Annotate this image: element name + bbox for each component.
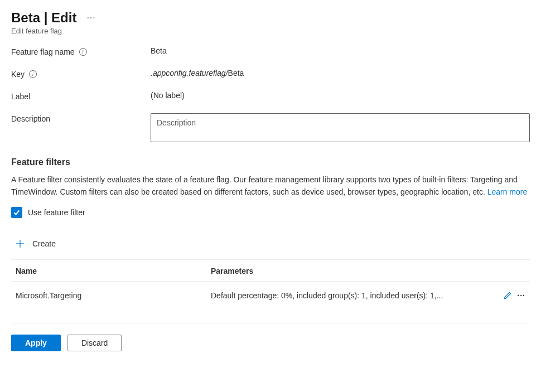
apply-button[interactable]: Apply xyxy=(11,335,61,351)
column-header-name: Name xyxy=(11,260,206,282)
more-menu-icon[interactable]: ··· xyxy=(86,13,95,23)
info-icon[interactable]: i xyxy=(79,48,87,56)
info-icon[interactable]: i xyxy=(29,70,37,78)
name-label: Feature flag name xyxy=(11,47,75,56)
filters-table: Name Parameters Microsoft.Targeting Defa… xyxy=(11,259,530,309)
key-prefix: .appconfig.featureflag/ xyxy=(151,69,228,78)
row-more-icon[interactable]: ··· xyxy=(517,291,525,300)
page-subtitle: Edit feature flag xyxy=(11,27,530,35)
filters-section-title: Feature filters xyxy=(11,157,530,167)
key-suffix: Beta xyxy=(228,69,244,78)
create-filter-button[interactable]: Create xyxy=(11,236,530,259)
learn-more-link[interactable]: Learn more xyxy=(487,187,528,196)
filter-name-cell: Microsoft.Targeting xyxy=(11,282,206,310)
label-value: (No label) xyxy=(151,91,530,100)
create-label: Create xyxy=(32,239,56,248)
description-input[interactable] xyxy=(151,113,530,142)
page-title: Beta | Edit xyxy=(11,10,76,26)
discard-button[interactable]: Discard xyxy=(67,335,122,351)
key-label: Key xyxy=(11,70,25,79)
description-label: Description xyxy=(11,114,50,123)
filters-description: A Feature filter consistently evaluates … xyxy=(11,174,530,198)
filter-parameters-cell: Default percentage: 0%, included group(s… xyxy=(206,282,491,310)
edit-icon[interactable] xyxy=(501,289,514,302)
key-value: .appconfig.featureflag/Beta xyxy=(151,69,530,78)
checkmark-icon xyxy=(13,209,21,216)
column-header-parameters: Parameters xyxy=(206,260,491,282)
use-feature-filter-label: Use feature filter xyxy=(28,208,85,217)
plus-icon xyxy=(15,238,26,249)
name-value: Beta xyxy=(151,46,530,55)
use-feature-filter-checkbox[interactable] xyxy=(11,207,22,218)
label-label: Label xyxy=(11,92,30,101)
table-row[interactable]: Microsoft.Targeting Default percentage: … xyxy=(11,282,530,310)
